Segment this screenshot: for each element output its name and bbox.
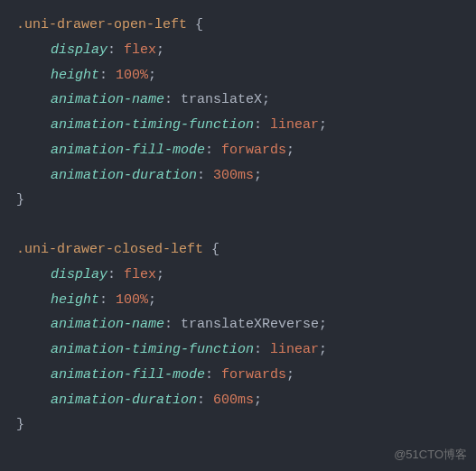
semicolon: ; — [286, 367, 294, 383]
css-declaration: animation-name: translateX; — [16, 88, 467, 113]
css-property: animation-timing-function — [51, 117, 254, 133]
semicolon: ; — [148, 68, 156, 83]
css-value: translateX — [181, 92, 262, 107]
semicolon: ; — [319, 342, 327, 357]
open-brace: { — [195, 17, 203, 32]
semicolon: ; — [156, 42, 164, 58]
colon: : — [254, 117, 270, 133]
css-declaration: animation-timing-function: linear; — [16, 337, 467, 363]
colon: : — [205, 367, 221, 383]
css-property: animation-name — [51, 92, 164, 107]
blank-line — [16, 213, 467, 237]
css-property: height — [51, 68, 99, 83]
css-declaration: animation-duration: 600ms; — [16, 388, 467, 413]
css-value: 600ms — [213, 392, 254, 408]
colon: : — [164, 92, 181, 107]
css-declaration: animation-fill-mode: forwards; — [16, 138, 467, 163]
css-declaration: height: 100%; — [16, 63, 467, 88]
css-value: flex — [124, 42, 156, 58]
css-property: animation-fill-mode — [51, 143, 205, 158]
css-value: 300ms — [213, 168, 254, 183]
css-property: animation-duration — [51, 392, 197, 408]
css-selector: .uni-drawer-closed-left — [16, 242, 203, 257]
semicolon: ; — [254, 168, 262, 183]
css-property: animation-timing-function — [51, 342, 254, 357]
semicolon: ; — [156, 267, 164, 282]
close-brace: } — [16, 417, 24, 432]
watermark-text: @51CTO博客 — [394, 444, 467, 466]
colon: : — [164, 317, 181, 332]
css-property: animation-name — [51, 317, 164, 332]
semicolon: ; — [286, 143, 294, 158]
colon: : — [197, 392, 213, 408]
css-property: animation-fill-mode — [51, 367, 205, 383]
css-code-block: .uni-drawer-open-left {display: flex;hei… — [16, 13, 467, 438]
css-value: forwards — [221, 367, 286, 383]
css-declaration: animation-name: translateXReverse; — [16, 312, 467, 337]
semicolon: ; — [319, 317, 327, 332]
css-value: linear — [270, 342, 319, 357]
semicolon: ; — [148, 292, 156, 308]
css-declaration: animation-fill-mode: forwards; — [16, 363, 467, 388]
semicolon: ; — [254, 392, 262, 408]
semicolon: ; — [319, 117, 327, 133]
css-value: 100% — [116, 68, 148, 83]
css-declaration: animation-timing-function: linear; — [16, 113, 467, 138]
css-declaration: display: flex; — [16, 263, 467, 288]
close-brace-line: } — [16, 412, 467, 438]
colon: : — [254, 342, 270, 357]
css-value: translateXReverse — [181, 317, 319, 332]
css-selector-line: .uni-drawer-closed-left { — [16, 237, 467, 263]
close-brace-line: } — [16, 188, 467, 213]
css-selector: .uni-drawer-open-left — [16, 17, 187, 32]
css-declaration: display: flex; — [16, 38, 467, 63]
colon: : — [99, 68, 116, 83]
css-property: display — [51, 267, 107, 282]
css-property: display — [51, 42, 107, 58]
css-declaration: height: 100%; — [16, 288, 467, 313]
css-value: linear — [270, 117, 319, 133]
colon: : — [107, 42, 124, 58]
semicolon: ; — [262, 92, 270, 107]
css-declaration: animation-duration: 300ms; — [16, 163, 467, 189]
colon: : — [205, 143, 221, 158]
css-property: animation-duration — [51, 168, 197, 183]
css-property: height — [51, 292, 99, 308]
css-selector-line: .uni-drawer-open-left { — [16, 13, 467, 38]
close-brace: } — [16, 192, 24, 208]
open-brace: { — [211, 242, 219, 257]
css-value: 100% — [116, 292, 148, 308]
css-value: forwards — [221, 143, 286, 158]
colon: : — [107, 267, 124, 282]
colon: : — [99, 292, 116, 308]
colon: : — [197, 168, 213, 183]
css-value: flex — [124, 267, 156, 282]
